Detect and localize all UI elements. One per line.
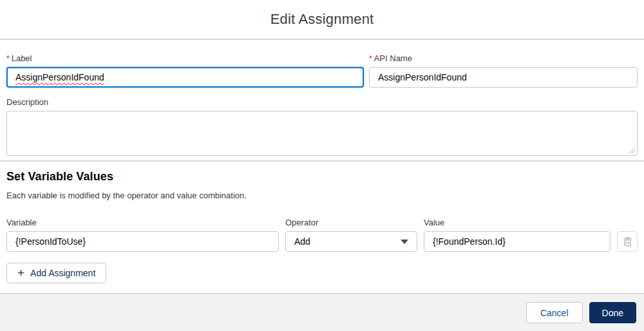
variable-input[interactable] xyxy=(6,231,279,252)
chevron-down-icon xyxy=(401,240,408,244)
dialog-body: *Label AssignPersonIdFound *API Name Des… xyxy=(0,40,644,293)
add-assignment-label: Add Assignment xyxy=(30,268,95,278)
done-button[interactable]: Done xyxy=(589,302,636,323)
edit-assignment-dialog: Edit Assignment *Label AssignPersonIdFou… xyxy=(0,0,644,331)
dialog-footer: Cancel Done xyxy=(0,293,644,331)
api-name-input[interactable] xyxy=(369,67,638,88)
api-name-field-label: *API Name xyxy=(369,53,638,64)
plus-icon: + xyxy=(17,267,24,279)
label-input[interactable]: AssignPersonIdFound xyxy=(6,67,364,88)
dialog-title: Edit Assignment xyxy=(270,11,374,28)
description-textarea[interactable] xyxy=(6,111,638,156)
label-field-group: *Label AssignPersonIdFound xyxy=(6,53,364,88)
value-input[interactable] xyxy=(424,231,611,252)
description-field-group: Description xyxy=(6,97,638,156)
variable-field-label: Variable xyxy=(6,218,279,228)
delete-assignment-group xyxy=(617,231,638,252)
required-asterisk: * xyxy=(6,54,10,63)
section-divider xyxy=(0,160,644,162)
trash-icon xyxy=(623,236,632,247)
required-asterisk: * xyxy=(369,54,372,63)
operator-field-label: Operator xyxy=(285,218,417,228)
dialog-header: Edit Assignment xyxy=(0,0,644,40)
label-field-label: *Label xyxy=(6,53,364,64)
operator-selected-value: Add xyxy=(294,236,310,247)
label-api-row: *Label AssignPersonIdFound *API Name xyxy=(6,53,638,88)
api-name-field-group: *API Name xyxy=(369,53,638,88)
delete-assignment-button[interactable] xyxy=(617,231,638,252)
section-heading: Set Variable Values xyxy=(6,170,638,184)
section-subtitle: Each variable is modified by the operato… xyxy=(6,191,638,200)
add-assignment-button[interactable]: + Add Assignment xyxy=(6,263,106,283)
assignment-row: Variable Operator Add Value xyxy=(6,218,638,252)
api-name-field-label-text: API Name xyxy=(374,53,412,63)
description-field-label: Description xyxy=(6,97,638,108)
value-field-group: Value xyxy=(424,218,611,252)
operator-field-group: Operator Add xyxy=(285,218,417,252)
cancel-button[interactable]: Cancel xyxy=(526,302,583,323)
label-input-value: AssignPersonIdFound xyxy=(15,72,104,82)
operator-select[interactable]: Add xyxy=(285,231,417,252)
variable-field-group: Variable xyxy=(6,218,279,252)
label-field-label-text: Label xyxy=(12,53,32,63)
value-field-label: Value xyxy=(424,218,611,228)
